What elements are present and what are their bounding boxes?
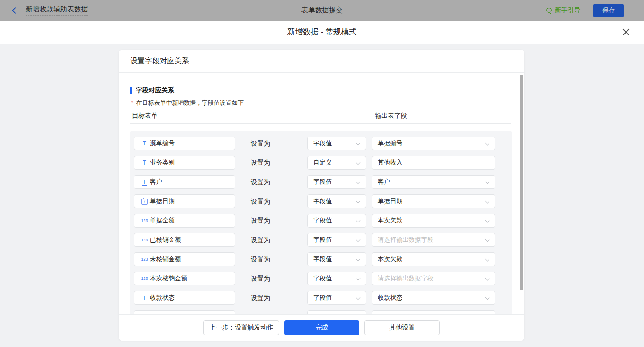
mapping-row: 123 未核销金额 设置为 字段值 本次欠款 [130,252,512,266]
save-button[interactable]: 保存 [593,4,624,17]
text-field-icon: T [139,140,150,147]
set-as-label: 设置为 [251,252,270,266]
target-field-label: 本次核销金额 [150,274,187,283]
vertical-scrollbar[interactable] [520,75,523,290]
card-content: 字段对应关系 *在目标表单中新增数据，字段值设置如下 目标表单 输出表字段 T … [119,73,524,314]
mapping-row: T 源单编号 设置为 字段值 单据编号 [130,137,512,150]
other-settings-button[interactable]: 其他设置 [364,320,440,335]
beginner-guide-link[interactable]: 新手引导 [546,6,581,15]
number-field-icon: 123 [139,238,150,242]
output-select[interactable]: 本次欠款 [372,252,495,266]
output-select[interactable]: 单据编号 [372,137,495,150]
set-as-label: 设置为 [251,272,270,285]
target-field-label: 单据金额 [150,216,175,225]
add-data-modal: 新增数据 - 常规模式 设置字段对应关系 字段对应关系 *在目标表单中新增数据，… [0,21,644,347]
text-field-icon: T [139,159,150,166]
text-field-icon: T [139,295,150,301]
chevron-down-icon [485,141,490,146]
date-field-icon: 7 [139,199,150,205]
set-as-label: 设置为 [251,137,270,150]
target-field: T 客户 [134,175,235,189]
output-select[interactable]: 收款状态 [372,291,495,305]
target-field: T 收款状态 [134,291,235,305]
modal-title: 新增数据 - 常规模式 [0,21,644,44]
output-select[interactable]: 请选择输出数据字段 [372,272,495,285]
target-field-label: 客户 [150,178,162,186]
chevron-down-icon [485,276,490,281]
set-as-label: 设置为 [251,214,270,228]
chevron-down-icon [356,296,361,300]
mode-select[interactable]: 字段值 [307,252,366,266]
mapping-row: 123 单据金额 设置为 字段值 本次欠款 [130,214,512,228]
column-header-output: 输出表字段 [375,112,407,120]
chevron-down-icon [356,218,361,223]
set-as-label: 设置为 [251,194,270,208]
guide-label: 新手引导 [555,6,581,15]
chevron-down-icon [485,199,490,204]
target-field: 123 本次核销金额 [134,272,235,285]
chevron-down-icon [485,238,490,242]
mapping-row: T 客户 设置为 字段值 客户 [130,175,512,189]
mode-select[interactable]: 自定义 [307,156,366,170]
chevron-down-icon [356,160,361,165]
output-select[interactable]: 请选择输出数据字段 [372,233,495,247]
output-select[interactable] [372,310,495,314]
number-field-icon: 123 [139,218,150,223]
target-field-label: 单据日期 [150,197,175,205]
lightbulb-icon [546,8,552,13]
set-as-label: 设置为 [251,156,270,170]
field-mapping-card: 设置字段对应关系 字段对应关系 *在目标表单中新增数据，字段值设置如下 目标表单… [119,50,524,341]
mode-select[interactable]: 字段值 [307,175,366,189]
set-as-label: 设置为 [251,291,270,305]
set-as-label: 设置为 [251,175,270,189]
mode-select[interactable] [307,310,366,314]
target-field-label: 已核销金额 [150,236,181,244]
required-asterisk: * [131,100,133,106]
column-divider [130,123,511,124]
workflow-title[interactable]: 新增收款辅助表数据 [26,5,88,16]
mode-select[interactable]: 字段值 [307,214,366,228]
chevron-down-icon [356,180,361,184]
mapping-row: 123 本次核销金额 设置为 字段值 请选择输出数据字段 [130,272,512,285]
mode-select[interactable]: 字段值 [307,291,366,305]
modal-body: 设置字段对应关系 字段对应关系 *在目标表单中新增数据，字段值设置如下 目标表单… [0,44,644,347]
previous-step-button[interactable]: 上一步：设置触发动作 [203,320,279,335]
card-footer: 上一步：设置触发动作 完成 其他设置 [119,314,524,341]
output-input[interactable]: 其他收入 [372,156,495,170]
modal-header: 新增数据 - 常规模式 [0,21,644,44]
close-icon[interactable] [622,28,630,36]
target-field: T 业务类别 [134,156,235,170]
mapping-row: 123 已核销金额 设置为 字段值 请选择输出数据字段 [130,233,512,247]
output-select[interactable]: 本次欠款 [372,214,495,228]
output-select[interactable]: 单据日期 [372,194,495,208]
number-field-icon: 123 [139,276,150,281]
output-select[interactable]: 客户 [372,175,495,189]
mode-select[interactable]: 字段值 [307,194,366,208]
mode-select[interactable]: 字段值 [307,272,366,285]
target-field-label: 收款状态 [150,294,175,302]
mode-select[interactable]: 字段值 [307,233,366,247]
mode-select[interactable]: 字段值 [307,137,366,150]
mapping-row-partial [130,310,512,314]
mapping-row: 7 单据日期 设置为 字段值 单据日期 [130,194,512,208]
target-field: 123 已核销金额 [134,233,235,247]
back-icon[interactable] [12,7,18,13]
target-field-label: 业务类别 [150,159,175,167]
target-field: 7 单据日期 [134,194,235,208]
chevron-down-icon [485,296,490,300]
section-accent-bar [130,87,132,94]
target-field-label: 未核销金额 [150,255,181,263]
target-field: T 源单编号 [134,137,235,150]
text-field-icon: T [139,179,150,186]
chevron-down-icon [485,180,490,184]
chevron-down-icon [485,218,490,223]
mapping-row: T 收款状态 设置为 字段值 收款状态 [130,291,512,305]
top-bar: 新增收款辅助表数据 表单数据提交 新手引导 保存 [0,0,644,21]
target-field: 123 单据金额 [134,214,235,228]
chevron-down-icon [356,141,361,146]
target-field: 123 未核销金额 [134,252,235,266]
column-header-target: 目标表单 [132,112,158,120]
done-button[interactable]: 完成 [284,320,359,335]
card-header: 设置字段对应关系 [119,50,524,73]
chevron-down-icon [356,276,361,281]
